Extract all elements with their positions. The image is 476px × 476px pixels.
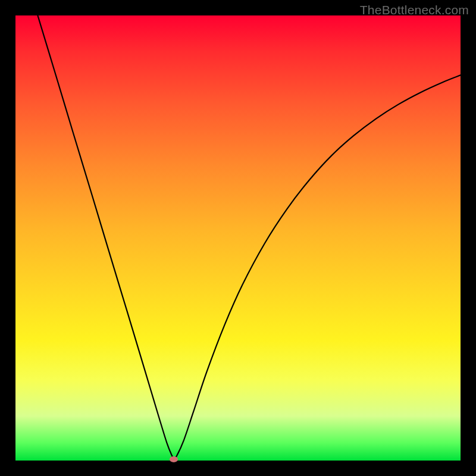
plot-area: [15, 15, 461, 461]
optimal-point-marker: [170, 456, 178, 462]
bottleneck-curve: [15, 15, 461, 461]
chart-container: TheBottleneck.com: [0, 0, 476, 476]
watermark-text: TheBottleneck.com: [360, 3, 469, 17]
